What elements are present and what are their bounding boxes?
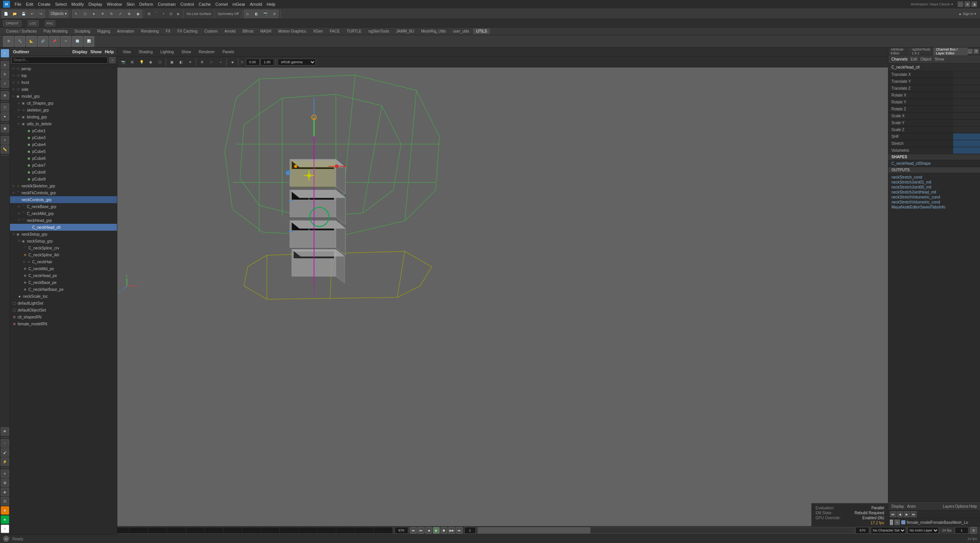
vp-view-tab[interactable]: View bbox=[120, 49, 133, 55]
menu-arnold[interactable]: Arnold bbox=[250, 2, 262, 7]
shelf-icon-5[interactable]: 📌 bbox=[49, 36, 60, 47]
shelf-tab-mash[interactable]: MASH bbox=[257, 28, 275, 34]
menu-modify[interactable]: Modify bbox=[71, 2, 84, 7]
ch-scale-y-value[interactable] bbox=[953, 120, 980, 126]
ch-rotate-x[interactable]: Rotate X bbox=[888, 92, 980, 99]
vp-smooth-btn[interactable]: ◉ bbox=[146, 58, 155, 66]
menu-edit[interactable]: Edit bbox=[26, 2, 33, 7]
play-last-btn[interactable]: ⏭ bbox=[456, 527, 463, 534]
ch-shf[interactable]: SHF bbox=[888, 133, 980, 140]
lasso-btn[interactable]: ⬡ bbox=[81, 10, 89, 18]
shelf-tab-ngskin[interactable]: ngSkinTools bbox=[365, 28, 392, 34]
layer-last-btn[interactable]: ⏭ bbox=[911, 511, 917, 517]
vp-transform-y[interactable] bbox=[260, 59, 274, 66]
menu-create[interactable]: Create bbox=[38, 2, 51, 7]
play-prev-btn[interactable]: ◀ bbox=[425, 527, 432, 534]
vp-deform-btn[interactable]: ⌁ bbox=[216, 58, 225, 66]
output-2[interactable]: neckStretchJoint01_mlt bbox=[891, 180, 977, 185]
play-stop-btn[interactable]: ⏹ bbox=[441, 527, 447, 534]
shelf-tab-jamm[interactable]: JAMM_BU bbox=[393, 28, 418, 34]
vp-camera-btn[interactable]: 📷 bbox=[119, 58, 127, 66]
tree-item-cneckmid[interactable]: ▷ ⌒ C_neckMid_grp bbox=[10, 210, 117, 217]
ch-translate-z-value[interactable] bbox=[953, 85, 980, 92]
anim-layer-select[interactable]: No Anim Layer bbox=[908, 527, 939, 534]
ch-rotate-x-value[interactable] bbox=[953, 92, 980, 98]
layer-anim-tab[interactable]: Anim bbox=[907, 504, 916, 509]
ch-translate-x-value[interactable] bbox=[953, 71, 980, 78]
shelf-icon-1[interactable]: ⚙ bbox=[3, 36, 14, 47]
stack-1[interactable]: ≡ bbox=[1, 469, 9, 478]
viewport-canvas[interactable]: X Y Z bbox=[117, 67, 888, 526]
tree-item-pcube3[interactable]: ◼ pCube3 bbox=[10, 134, 117, 141]
ch-rotate-y[interactable]: Rotate Y bbox=[888, 99, 980, 106]
sculpt-tool[interactable]: ◉ bbox=[1, 124, 9, 133]
play-forward-btn[interactable]: ▶ bbox=[433, 527, 440, 534]
menu-skin[interactable]: Skin bbox=[127, 2, 135, 7]
tree-item-defaultobjset[interactable]: ◯ defaultObjectSet bbox=[10, 307, 117, 313]
move-tool[interactable]: ✛ bbox=[1, 61, 9, 69]
range-end[interactable] bbox=[855, 527, 869, 534]
symmetry-label[interactable]: Symmetry Off bbox=[216, 12, 240, 16]
save-scene-btn[interactable]: 💾 bbox=[19, 10, 28, 18]
redo-btn[interactable]: ↪ bbox=[37, 10, 45, 18]
tree-item-pcube5[interactable]: ◼ pCube5 bbox=[10, 148, 117, 155]
layer-first-btn[interactable]: ⏮ bbox=[890, 511, 896, 517]
shelf-tab-animation[interactable]: Animation bbox=[114, 28, 137, 34]
tree-item-neckscale[interactable]: ◈ neckScale_loc bbox=[10, 293, 117, 300]
brush-tool[interactable]: 🖌 bbox=[1, 448, 9, 457]
ch-scale-x[interactable]: Scale X bbox=[888, 113, 980, 120]
ngskin-tab[interactable]: ngSkinTools 1.8.2 bbox=[909, 47, 934, 56]
ch-scale-z[interactable]: Scale Z bbox=[888, 126, 980, 133]
layer-tab-options[interactable]: Options bbox=[955, 504, 968, 509]
shelf-tab-curves[interactable]: Curves / Surfaces bbox=[3, 28, 39, 34]
paint-btn[interactable]: ● bbox=[90, 10, 98, 18]
layer-visibility-r[interactable] bbox=[890, 520, 893, 525]
ch-translate-y-value[interactable] bbox=[953, 78, 980, 85]
tree-item-cneckbase-pe[interactable]: ⊕ C_neckBase_pe bbox=[10, 279, 117, 286]
shelf-tab-bifrost[interactable]: Bifrost bbox=[239, 28, 256, 34]
shelf-tab-motiongraphics[interactable]: Motion Graphics bbox=[275, 28, 309, 34]
shelf-tab-rendering[interactable]: Rendering bbox=[138, 28, 162, 34]
tree-item-cneckhead-ctl[interactable]: ⌒ C_neckHead_ctl bbox=[10, 224, 117, 231]
vp-grid-btn[interactable]: ⊞ bbox=[128, 58, 136, 66]
shelf-tab-fxcaching[interactable]: FX Caching bbox=[174, 28, 201, 34]
menu-comet[interactable]: Comet bbox=[215, 2, 228, 7]
shelf-tab-face[interactable]: FACE bbox=[327, 28, 343, 34]
tree-item-side[interactable]: ▷ ⬡ side bbox=[10, 86, 117, 93]
tree-item-defaultlightset[interactable]: ◯ defaultLightSet bbox=[10, 300, 117, 307]
tree-item-pcube1[interactable]: ◼ pCube1 bbox=[10, 127, 117, 134]
undo-btn[interactable]: ↩ bbox=[28, 10, 36, 18]
tree-item-cneckspline-ikh[interactable]: ⚙ C_neckSpline_Ikh bbox=[10, 251, 117, 258]
knife-tool[interactable]: ⚡ bbox=[1, 458, 9, 466]
edit-tab[interactable]: Edit bbox=[911, 57, 917, 61]
panel-minimize[interactable]: _ bbox=[968, 49, 972, 54]
stack-2[interactable]: ⊞ bbox=[1, 479, 9, 487]
shelf-tab-turtle[interactable]: TURTLE bbox=[344, 28, 365, 34]
color-white[interactable]: ■ bbox=[1, 525, 9, 533]
snap-point-btn[interactable]: • bbox=[160, 10, 167, 17]
shapes-section-header[interactable]: SHAPES bbox=[888, 154, 980, 160]
orient-mode[interactable]: ORIENT bbox=[3, 20, 21, 26]
menu-deform[interactable]: Deform bbox=[139, 2, 153, 7]
shelf-icon-6[interactable]: ✂ bbox=[61, 36, 71, 47]
output-3[interactable]: neckStretchJoint00_mlt bbox=[891, 185, 977, 190]
move-btn[interactable]: ✛ bbox=[99, 10, 107, 18]
paint-select[interactable]: ● bbox=[1, 112, 9, 121]
ch-scale-x-value[interactable] bbox=[953, 113, 980, 119]
output-1[interactable]: neckStretch_cond bbox=[891, 175, 977, 180]
shelf-tab-fx[interactable]: FX bbox=[163, 28, 174, 34]
char-set-select[interactable]: No Character Set bbox=[871, 527, 906, 534]
ch-scale-z-value[interactable] bbox=[953, 126, 980, 133]
ch-translate-x[interactable]: Translate X bbox=[888, 71, 980, 78]
vp-shading-tab[interactable]: Shading bbox=[136, 49, 155, 55]
tree-item-pcube8[interactable]: ◼ pCube8 bbox=[10, 169, 117, 176]
menu-help[interactable]: Help bbox=[267, 2, 276, 7]
tree-item-top[interactable]: ▷ ⬡ top bbox=[10, 72, 117, 79]
ch-volumetric[interactable]: Volumetric bbox=[888, 147, 980, 154]
shelf-tab-custom[interactable]: Custom bbox=[201, 28, 220, 34]
render-region-btn[interactable]: ◧ bbox=[253, 10, 261, 18]
object-tab[interactable]: Object bbox=[921, 57, 932, 61]
ch-rotate-z[interactable]: Rotate Z bbox=[888, 106, 980, 113]
scene-3d[interactable]: X Y Z bbox=[117, 67, 888, 526]
tree-item-neckcontrols[interactable]: ▽ ⌒ neckControls_grp bbox=[10, 196, 117, 203]
